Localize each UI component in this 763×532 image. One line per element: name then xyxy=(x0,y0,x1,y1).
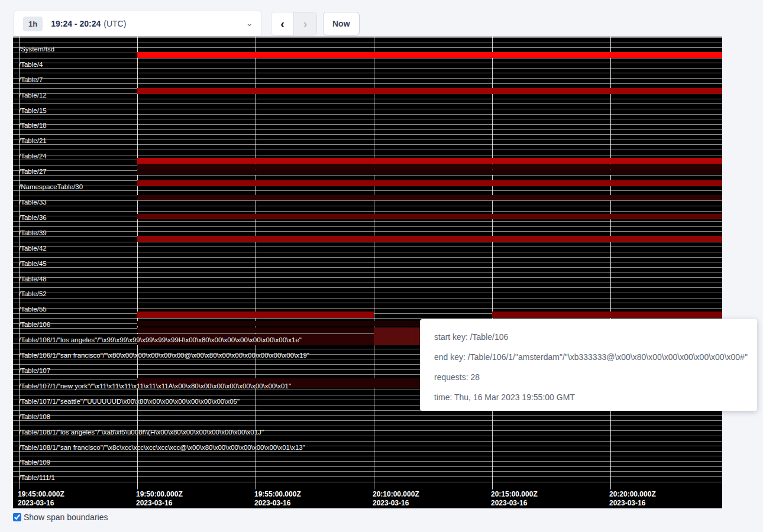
span-boundary-line xyxy=(13,114,722,115)
time-gridline xyxy=(256,37,256,489)
heat-band[interactable] xyxy=(137,180,722,186)
row-label: /Table/109 xyxy=(19,459,50,466)
row-label: /Table/108 xyxy=(19,413,50,421)
row-label: /Table/4 xyxy=(19,61,43,69)
time-gridline xyxy=(492,37,493,489)
span-boundary-line xyxy=(13,221,722,222)
row-label: /Table/111/1 xyxy=(19,474,55,482)
span-boundary-line xyxy=(13,124,722,125)
span-boundary-line xyxy=(13,242,722,242)
span-boundary-line xyxy=(13,415,722,416)
span-boundary-line xyxy=(13,47,722,48)
span-boundary-line xyxy=(13,441,722,442)
chevron-down-icon: ⌄ xyxy=(245,18,253,27)
tooltip-start-key: start key: /Table/106 xyxy=(434,327,757,347)
heat-band[interactable] xyxy=(137,327,374,333)
interval-nav-group: ‹ › xyxy=(271,12,317,35)
heat-band[interactable] xyxy=(137,164,722,170)
row-label: /Table/52 xyxy=(19,290,47,298)
row-label: /Table/55 xyxy=(19,306,47,313)
prev-interval-button[interactable]: ‹ xyxy=(271,12,294,35)
toolbar: 1h 19:24 - 20:24 (UTC) ⌄ ‹ › Now xyxy=(0,0,763,37)
span-boundary-line xyxy=(13,58,722,59)
heat-band[interactable] xyxy=(374,327,420,345)
row-label: /Table/107/1/"new york"/"\x11\x11\x11\x1… xyxy=(19,382,291,390)
span-boundary-line xyxy=(13,226,722,227)
time-range-select[interactable]: 1h 19:24 - 20:24 (UTC) ⌄ xyxy=(13,11,262,37)
row-label: /Table/21 xyxy=(19,137,47,145)
span-boundary-line xyxy=(13,109,722,109)
time-gridline xyxy=(610,37,611,489)
span-boundary-line xyxy=(13,318,722,319)
row-label: /Table/45 xyxy=(19,260,47,268)
span-boundary-line xyxy=(13,476,722,477)
axis-tick-label: 19:45:00.000Z2023-03-16 xyxy=(18,490,64,508)
heat-band[interactable] xyxy=(492,312,722,318)
tooltip-requests: requests: 28 xyxy=(434,367,757,387)
span-boundary-line xyxy=(13,190,722,191)
span-boundary-line xyxy=(13,426,722,426)
row-label: /NamespaceTable/30 xyxy=(19,183,83,191)
row-label: /Table/33 xyxy=(19,199,47,206)
span-boundary-line xyxy=(13,283,722,283)
tooltip-end-key: end key: /Table/106/1/"amsterdam"/"\xb33… xyxy=(434,347,757,367)
span-boundary-line xyxy=(13,119,722,119)
row-label: /Table/27 xyxy=(19,168,47,176)
span-boundary-line xyxy=(13,211,722,212)
span-boundary-line xyxy=(13,78,722,79)
row-label: /System/tsd xyxy=(19,46,54,53)
row-label: /Table/106/1/"los angeles"/"\x99\x99\x99… xyxy=(19,336,302,344)
span-boundary-line xyxy=(13,231,722,232)
span-boundary-line xyxy=(13,43,722,43)
time-gridline xyxy=(137,37,138,489)
axis-tick-label: 20:20:00.000Z2023-03-16 xyxy=(609,490,656,508)
span-boundary-line xyxy=(13,262,722,262)
now-button[interactable]: Now xyxy=(323,12,360,35)
next-interval-button[interactable]: › xyxy=(294,12,316,35)
span-boundary-line xyxy=(13,420,722,421)
span-boundary-line xyxy=(13,206,722,206)
span-boundary-line xyxy=(13,466,722,467)
span-boundary-line xyxy=(13,461,722,462)
span-boundary-line xyxy=(13,68,722,69)
heat-band[interactable] xyxy=(137,52,722,58)
span-boundary-line xyxy=(13,37,722,38)
axis-tick-label: 20:15:00.000Z2023-03-16 xyxy=(491,490,538,508)
heat-band[interactable] xyxy=(137,214,722,219)
axis-tick-label: 19:50:00.000Z2023-03-16 xyxy=(136,490,183,508)
span-boundary-line xyxy=(13,63,722,63)
row-label: /Table/24 xyxy=(19,153,47,160)
span-boundary-line xyxy=(13,456,722,456)
row-label: /Table/108/1/"los angeles"/"\xa8\xf5\u00… xyxy=(19,429,264,436)
time-gridline xyxy=(374,37,374,489)
span-boundary-line xyxy=(13,103,722,104)
heat-band[interactable] xyxy=(137,170,722,175)
heat-band[interactable] xyxy=(137,312,374,318)
key-visualizer-canvas[interactable]: /System/tsd/Table/4/Table/7/Table/12/Tab… xyxy=(13,37,722,508)
span-boundary-line xyxy=(13,293,722,293)
tooltip-time: time: Thu, 16 Mar 2023 19:55:00 GMT xyxy=(434,387,757,407)
row-label: /Table/108/1/"san francisco"/"\x8c\xcc\x… xyxy=(19,444,305,452)
heat-band[interactable] xyxy=(137,88,722,94)
span-boundary-line xyxy=(13,246,722,247)
span-boundary-line xyxy=(13,200,722,201)
span-boundary-line xyxy=(13,257,722,258)
row-label: /Table/107/1/"seattle"/"UUUUUUD\x00\x80\… xyxy=(19,398,240,406)
span-boundary-line xyxy=(13,267,722,268)
span-boundary-line xyxy=(13,471,722,472)
span-boundary-line xyxy=(13,252,722,252)
span-boundary-line xyxy=(13,482,722,482)
heat-band[interactable] xyxy=(137,236,722,242)
axis-tick-label: 20:10:00.000Z2023-03-16 xyxy=(373,490,419,508)
heat-band[interactable] xyxy=(137,195,722,200)
span-boundary-line xyxy=(13,303,722,303)
row-label: /Table/36 xyxy=(19,214,47,222)
heat-band[interactable] xyxy=(137,158,722,164)
span-boundary-line xyxy=(13,272,722,273)
span-boundary-line xyxy=(13,83,722,84)
row-label: /Table/7 xyxy=(19,76,43,84)
footer: Show span boundaries xyxy=(13,512,108,522)
show-span-boundaries-checkbox[interactable] xyxy=(13,513,21,521)
span-boundary-line xyxy=(13,298,722,299)
span-boundary-line xyxy=(13,277,722,278)
